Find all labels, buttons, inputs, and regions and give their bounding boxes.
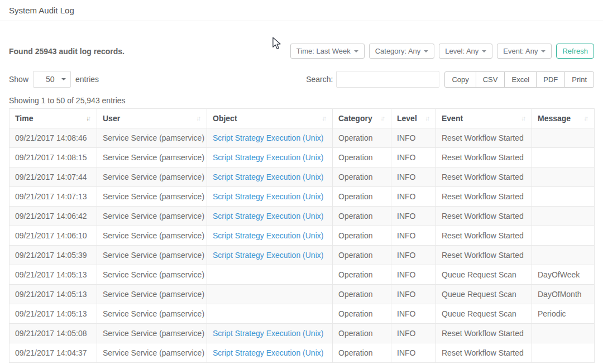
column-label: User (103, 114, 120, 123)
search-label: Search: (306, 75, 333, 84)
cell-time: 09/21/2017 14:08:46 (9, 128, 97, 148)
excel-button[interactable]: Excel (504, 71, 537, 88)
table-row: 09/21/2017 14:05:13 Service Service (pam… (9, 304, 595, 324)
table-row: 09/21/2017 14:07:44 Service Service (pam… (9, 167, 595, 187)
sort-icon: ↓↑ (425, 114, 430, 122)
table-row: 09/21/2017 14:04:37 Service Service (pam… (9, 343, 595, 363)
column-label: Category (338, 114, 372, 123)
event-filter-label: Event: Any (503, 47, 538, 55)
level-filter-dropdown[interactable]: Level: Any (439, 44, 492, 59)
cell-message (532, 187, 595, 207)
object-link[interactable]: Script Strategy Execution (Unix) (213, 192, 323, 201)
refresh-button[interactable]: Refresh (556, 44, 594, 59)
cell-level: INFO (391, 128, 436, 148)
cell-user: Service Service (pamservice) (97, 304, 207, 324)
column-header-object[interactable]: Object↓↑ (207, 109, 333, 128)
entries-label: entries (75, 75, 99, 84)
cell-user: Service Service (pamservice) (97, 226, 207, 246)
cell-level: INFO (391, 167, 436, 187)
csv-button[interactable]: CSV (476, 71, 505, 88)
category-filter-dropdown[interactable]: Category: Any (369, 44, 435, 59)
column-label: Object (213, 114, 237, 123)
cell-category: Operation (333, 324, 391, 343)
cell-time: 09/21/2017 14:04:37 (9, 343, 97, 363)
cell-event: Reset Workflow Started (436, 167, 532, 187)
sort-icon: ↓↑ (196, 114, 201, 122)
cell-level: INFO (391, 207, 436, 226)
filter-group: Time: Last Week Category: Any Level: Any… (290, 44, 594, 59)
cell-message (532, 207, 595, 226)
column-header-time[interactable]: Time↓↑ (9, 109, 97, 128)
column-header-user[interactable]: User↓↑ (97, 109, 207, 128)
column-header-level[interactable]: Level↓↑ (391, 109, 436, 128)
audit-log-table: Time↓↑ User↓↑ Object↓↑ Category↓↑ Level↓… (9, 108, 595, 363)
print-button[interactable]: Print (564, 71, 594, 88)
main-content: Found 25943 audit log records. Time: Las… (0, 44, 603, 363)
page-length-select[interactable]: 50 (33, 71, 71, 88)
cell-category: Operation (333, 207, 391, 226)
cell-object: Script Strategy Execution (Unix) (207, 343, 333, 363)
show-label: Show (9, 75, 28, 84)
sort-icon: ↓↑ (521, 114, 526, 122)
cell-user: Service Service (pamservice) (97, 148, 207, 167)
sort-desc-icon: ↓↑ (86, 114, 91, 122)
cell-category: Operation (333, 187, 391, 207)
cell-event: Reset Workflow Started (436, 226, 532, 246)
cell-time: 09/21/2017 14:05:08 (9, 324, 97, 343)
cell-level: INFO (391, 304, 436, 324)
cell-time: 09/21/2017 14:06:10 (9, 226, 97, 246)
column-header-message[interactable]: Message↓↑ (532, 109, 595, 128)
table-row: 09/21/2017 14:05:39 Service Service (pam… (9, 246, 595, 265)
cell-category: Operation (333, 226, 391, 246)
object-link[interactable]: Script Strategy Execution (Unix) (213, 329, 323, 338)
sort-icon: ↓↑ (380, 114, 385, 122)
column-label: Event (442, 114, 463, 123)
object-link[interactable]: Script Strategy Execution (Unix) (213, 173, 323, 181)
time-filter-label: Time: Last Week (296, 47, 351, 55)
object-link[interactable]: Script Strategy Execution (Unix) (213, 133, 323, 142)
object-link[interactable]: Script Strategy Execution (Unix) (213, 153, 323, 162)
cell-object (207, 304, 333, 324)
cell-level: INFO (391, 343, 436, 363)
table-row: 09/21/2017 14:05:13 Service Service (pam… (9, 265, 595, 285)
cell-message: DayOfMonth (532, 285, 595, 304)
copy-button[interactable]: Copy (444, 71, 476, 88)
sort-icon: ↓↑ (583, 114, 588, 122)
column-header-event[interactable]: Event↓↑ (436, 109, 532, 128)
table-header-row: Time↓↑ User↓↑ Object↓↑ Category↓↑ Level↓… (9, 109, 595, 128)
cell-user: Service Service (pamservice) (97, 187, 207, 207)
cell-object: Script Strategy Execution (Unix) (207, 324, 333, 343)
cell-category: Operation (333, 167, 391, 187)
cell-event: Queue Request Scan (436, 304, 532, 324)
cell-message (532, 343, 595, 363)
object-link[interactable]: Script Strategy Execution (Unix) (213, 231, 323, 240)
object-link[interactable]: Script Strategy Execution (Unix) (213, 348, 323, 357)
cell-object: Script Strategy Execution (Unix) (207, 226, 333, 246)
showing-entries-info: Showing 1 to 50 of 25,943 entries (9, 96, 594, 105)
cell-category: Operation (333, 285, 391, 304)
page-title: System Audit Log (9, 6, 74, 15)
pdf-button[interactable]: PDF (536, 71, 565, 88)
cell-user: Service Service (pamservice) (97, 128, 207, 148)
column-label: Message (538, 114, 571, 123)
cell-time: 09/21/2017 14:07:44 (9, 167, 97, 187)
page-length-value: 50 (46, 75, 55, 84)
cell-category: Operation (333, 343, 391, 363)
cell-user: Service Service (pamservice) (97, 343, 207, 363)
object-link[interactable]: Script Strategy Execution (Unix) (213, 251, 323, 260)
object-link[interactable]: Script Strategy Execution (Unix) (213, 212, 323, 221)
cell-object (207, 265, 333, 285)
time-filter-dropdown[interactable]: Time: Last Week (290, 44, 365, 59)
export-button-group: Copy CSV Excel PDF Print (444, 71, 594, 88)
cell-object: Script Strategy Execution (Unix) (207, 207, 333, 226)
cell-user: Service Service (pamservice) (97, 246, 207, 265)
cell-category: Operation (333, 128, 391, 148)
cell-message (532, 246, 595, 265)
cell-event: Reset Workflow Started (436, 207, 532, 226)
search-input[interactable] (336, 71, 439, 88)
cell-object: Script Strategy Execution (Unix) (207, 148, 333, 167)
column-header-category[interactable]: Category↓↑ (333, 109, 391, 128)
cell-time: 09/21/2017 14:08:15 (9, 148, 97, 167)
level-filter-label: Level: Any (445, 47, 478, 55)
event-filter-dropdown[interactable]: Event: Any (497, 44, 552, 59)
